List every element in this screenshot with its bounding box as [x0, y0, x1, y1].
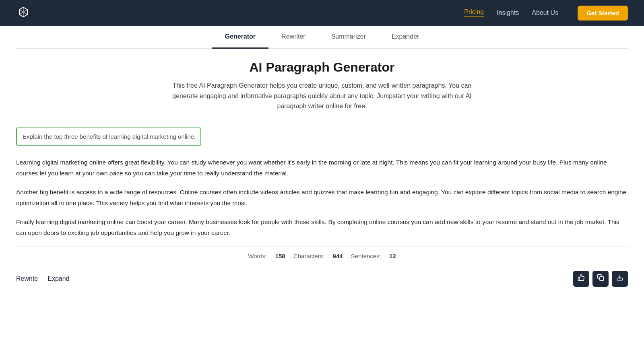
- download-icon: [616, 274, 623, 283]
- nav-pricing[interactable]: Pricing: [464, 8, 484, 17]
- nav-insights[interactable]: Insights: [497, 9, 519, 16]
- svg-rect-0: [600, 277, 604, 281]
- footer-right-actions: [573, 271, 628, 287]
- main-content: Generator Rewriter Summarizer Expander A…: [0, 26, 644, 362]
- tab-summarizer[interactable]: Summarizer: [318, 26, 379, 49]
- chars-value: 944: [333, 253, 343, 259]
- nav-about-us[interactable]: About Us: [532, 9, 558, 16]
- sentences-label: Sentences:: [351, 253, 381, 259]
- expand-link[interactable]: Expand: [47, 275, 69, 282]
- sentences-value: 12: [389, 253, 396, 259]
- paragraph-1: Learning digital marketing online offers…: [16, 157, 628, 179]
- paragraph-2: Another big benefit is access to a wide …: [16, 187, 628, 208]
- paragraph-3: Finally learning digital marketing onlin…: [16, 216, 628, 238]
- tab-expander[interactable]: Expander: [379, 26, 432, 49]
- navbar-links: Pricing Insights About Us Get Started: [464, 6, 628, 21]
- download-button[interactable]: [612, 271, 628, 287]
- input-area: [16, 128, 628, 146]
- thumbs-up-button[interactable]: [573, 271, 589, 287]
- topic-input[interactable]: [16, 128, 201, 146]
- logo: [16, 6, 31, 20]
- rewrite-link[interactable]: Rewrite: [16, 275, 38, 282]
- navbar: Pricing Insights About Us Get Started: [0, 0, 644, 26]
- footer-left-actions: Rewrite Expand: [16, 275, 70, 282]
- chars-label: Characters:: [293, 253, 325, 259]
- words-value: 158: [275, 253, 285, 259]
- thumbs-up-icon: [578, 274, 585, 283]
- tabs-row: Generator Rewriter Summarizer Expander: [16, 26, 628, 49]
- footer-actions: Rewrite Expand: [16, 265, 628, 287]
- page-title: AI Paragraph Generator: [16, 60, 628, 75]
- words-label: Words:: [248, 253, 267, 259]
- hero-subtitle: This free AI Paragraph Generator helps y…: [169, 80, 475, 111]
- copy-button[interactable]: [592, 271, 609, 287]
- tab-rewriter[interactable]: Rewriter: [268, 26, 318, 49]
- generated-text: Learning digital marketing online offers…: [16, 157, 628, 239]
- tab-generator[interactable]: Generator: [212, 26, 268, 49]
- get-started-button[interactable]: Get Started: [578, 6, 628, 21]
- copy-icon: [597, 274, 604, 283]
- hero-section: AI Paragraph Generator This free AI Para…: [16, 49, 628, 119]
- stats-bar: Words: 158 Characters: 944 Sentences: 12: [16, 247, 628, 265]
